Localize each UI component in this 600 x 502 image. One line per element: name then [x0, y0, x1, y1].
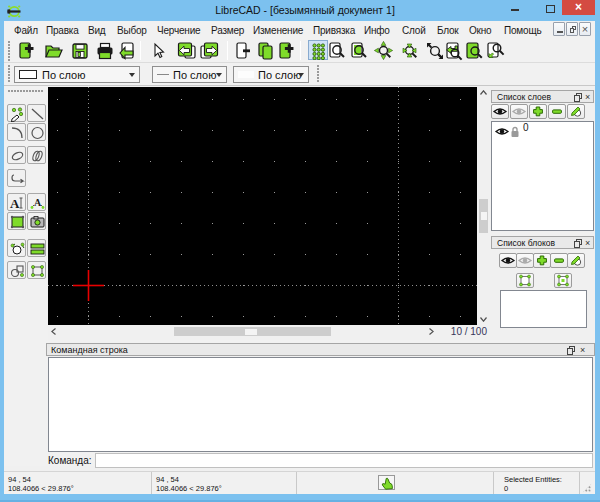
svg-text:A: A — [10, 196, 20, 211]
svg-text:A: A — [34, 197, 42, 208]
